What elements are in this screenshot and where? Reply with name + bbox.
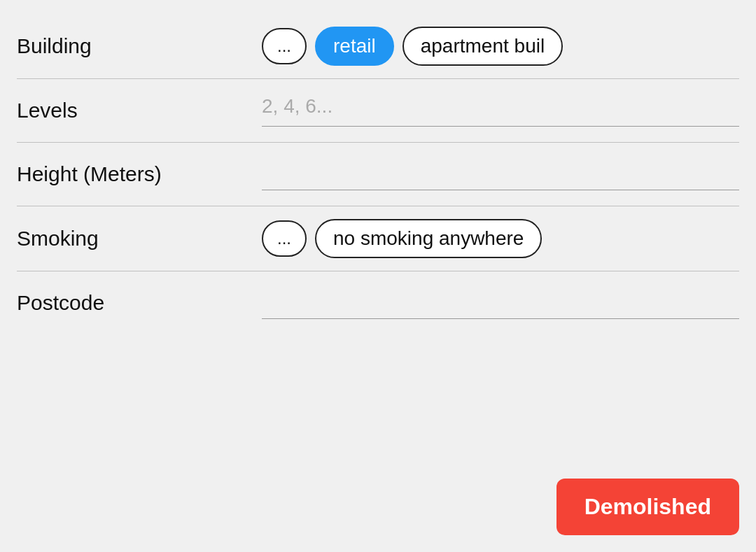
height-row: Height (Meters) — [0, 143, 756, 206]
levels-underline — [262, 126, 739, 127]
height-input[interactable] — [262, 159, 739, 187]
smoking-chips-container: ... no smoking anywhere — [262, 219, 739, 258]
smoking-label: Smoking — [17, 227, 262, 250]
building-chip-more[interactable]: ... — [262, 28, 307, 64]
postcode-underline — [262, 318, 739, 319]
smoking-chip-more[interactable]: ... — [262, 220, 307, 257]
building-row: Building ... retail apartment buil — [0, 14, 756, 78]
building-chips-container: ... retail apartment buil — [262, 27, 739, 66]
height-input-container — [262, 159, 739, 190]
postcode-input[interactable] — [262, 288, 739, 316]
building-label: Building — [17, 34, 262, 58]
levels-input[interactable] — [262, 95, 739, 123]
postcode-input-container — [262, 288, 739, 319]
smoking-chip-no-smoking[interactable]: no smoking anywhere — [315, 219, 542, 258]
demolished-button[interactable]: Demolished — [556, 479, 739, 535]
height-input-area — [262, 159, 739, 190]
main-container: Building ... retail apartment buil Level… — [0, 0, 756, 552]
building-chip-retail[interactable]: retail — [315, 27, 394, 66]
building-chip-apartment[interactable]: apartment buil — [402, 27, 563, 66]
levels-input-container — [262, 95, 739, 127]
height-label: Height (Meters) — [17, 162, 262, 186]
levels-row: Levels — [0, 79, 756, 142]
postcode-row: Postcode — [0, 271, 756, 334]
levels-input-area — [262, 95, 739, 127]
height-underline — [262, 190, 739, 190]
postcode-input-area — [262, 288, 739, 319]
postcode-label: Postcode — [17, 291, 262, 315]
smoking-row: Smoking ... no smoking anywhere — [0, 206, 756, 271]
levels-label: Levels — [17, 99, 262, 122]
